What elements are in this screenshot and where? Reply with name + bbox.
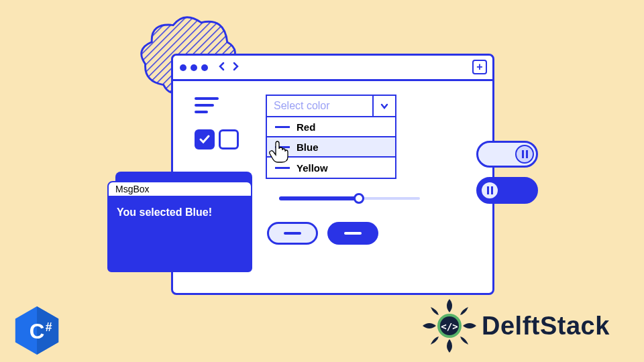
traffic-lights (180, 64, 208, 71)
secondary-button[interactable] (267, 222, 318, 245)
option-label: Yellow (297, 162, 328, 174)
checkbox-unchecked[interactable] (219, 129, 239, 149)
svg-text:</>: </> (441, 321, 458, 332)
slider-fill (279, 196, 357, 200)
chevron-down-icon[interactable] (372, 96, 395, 116)
back-icon[interactable] (217, 62, 227, 74)
delftstack-brand: </> DelftStack (421, 298, 610, 354)
new-tab-button[interactable]: + (472, 60, 487, 74)
slider[interactable] (279, 194, 420, 203)
primary-button[interactable] (327, 222, 378, 245)
titlebar: + (173, 56, 492, 81)
select-list: Red Blue Yellow (266, 117, 396, 179)
color-select: Select color Red Blue Yellow (266, 95, 396, 179)
traffic-dot (191, 64, 197, 71)
option-red[interactable]: Red (267, 117, 395, 137)
traffic-dot (201, 64, 208, 71)
color-swatch-icon (275, 167, 290, 169)
svg-text:C: C (30, 320, 45, 343)
pause-icon (480, 181, 499, 200)
toggle-on[interactable] (476, 177, 538, 204)
pause-icon (515, 145, 534, 164)
option-blue[interactable]: Blue (267, 137, 395, 158)
csharp-logo-icon: C # (11, 304, 63, 357)
color-swatch-icon (275, 126, 290, 128)
option-yellow[interactable]: Yellow (267, 158, 395, 178)
button-label-icon (284, 232, 301, 235)
traffic-dot (180, 64, 186, 71)
select-placeholder: Select color (274, 100, 330, 112)
slider-thumb[interactable] (354, 193, 364, 204)
color-swatch-icon (275, 146, 290, 148)
forward-icon[interactable] (231, 62, 240, 74)
select-head[interactable]: Select color (266, 95, 396, 117)
svg-text:#: # (46, 320, 52, 334)
brand-name: DelftStack (482, 312, 610, 341)
option-label: Red (297, 121, 315, 133)
checkbox-checked[interactable] (195, 129, 215, 149)
toggle-off[interactable] (476, 141, 538, 168)
menu-icon[interactable] (195, 97, 219, 117)
option-label: Blue (297, 141, 319, 153)
msgbox-body: You selected Blue! (107, 196, 252, 272)
button-label-icon (344, 232, 362, 235)
msgbox-title: MsgBox (107, 181, 252, 197)
delftstack-logo-icon: </> (421, 298, 478, 354)
